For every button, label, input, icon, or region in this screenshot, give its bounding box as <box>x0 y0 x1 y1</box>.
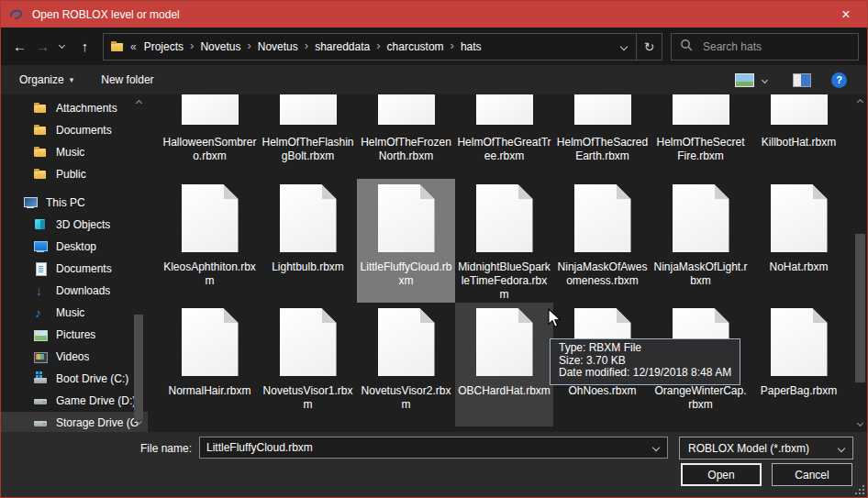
file-name-label: MidnightBlueSparkleTimeFedora.rbxm <box>457 260 551 302</box>
up-arrow-icon: ↑ <box>82 39 89 54</box>
open-button-label: Open <box>707 469 734 481</box>
chevron-down-icon <box>620 42 628 50</box>
command-toolbar: Organize ▾ New folder ? <box>1 65 867 94</box>
sidebar-item-game-drive-d[interactable]: Game Drive (D:) <box>1 390 148 412</box>
file-name-combobox[interactable] <box>199 437 668 459</box>
file-item-halloweensombrero-rbxm[interactable]: HalloweenSombrero.rbxm <box>161 94 259 179</box>
forward-button[interactable]: → <box>31 39 54 53</box>
file-item-helmoftheflashingbolt-rbxm[interactable]: HelmOfTheFlashingBolt.rbxm <box>259 94 357 179</box>
breadcrumb-segment-novetus[interactable]: Novetus <box>195 39 245 55</box>
chevron-down-icon <box>652 444 660 451</box>
filelist-scrollbar-thumb[interactable] <box>855 234 865 382</box>
sidebar-item-public[interactable]: Public <box>1 163 148 185</box>
file-item-novetusvisor1-rbxm[interactable]: NovetusVisor1.rbxm <box>259 303 357 426</box>
breadcrumb-segment-hats[interactable]: hats <box>456 39 486 55</box>
sidebar-scrollbar-thumb[interactable] <box>134 315 143 420</box>
file-list-area: HalloweenSombrero.rbxmHelmOfTheFlashingB… <box>148 94 867 432</box>
file-name-label: HelmOfTheGreatTree.rbxm <box>457 136 551 163</box>
sidebar-item-label: Attachments <box>56 102 117 115</box>
file-item-obchardhat-rbxm[interactable]: OBCHardHat.rbxm <box>455 303 553 426</box>
search-input[interactable] <box>701 39 850 54</box>
sidebar-item-label: Boot Drive (C:) <box>56 372 128 385</box>
breadcrumb-segment-projects[interactable]: Projects <box>139 39 188 55</box>
videos-icon <box>33 349 48 364</box>
preview-pane-icon[interactable] <box>793 73 811 87</box>
sidebar-item-downloads[interactable]: Downloads <box>1 280 148 302</box>
organize-button[interactable]: Organize ▾ <box>19 73 73 86</box>
sidebar-item-pictures[interactable]: Pictures <box>1 324 148 346</box>
address-bar[interactable]: « Projects›Novetus›Novetus›shareddata›ch… <box>103 33 662 61</box>
folder-icon <box>110 39 125 54</box>
rbxm-document-icon <box>771 308 828 376</box>
file-item-normalhair-rbxm[interactable]: NormalHair.rbxm <box>161 303 259 426</box>
search-box[interactable] <box>671 33 859 61</box>
resize-grip[interactable] <box>855 485 864 494</box>
thumbnail-view-icon[interactable] <box>735 73 754 87</box>
file-item-killbothat-rbxm[interactable]: KillbotHat.rbxm <box>750 94 848 179</box>
window-title: Open ROBLOX level or model <box>32 8 180 21</box>
file-item-helmofthefrozennorth-rbxm[interactable]: HelmOfTheFrozenNorth.rbxm <box>357 94 455 179</box>
cube3d-icon <box>33 217 48 232</box>
sidebar-item-label: Music <box>56 146 84 159</box>
file-item-paperbag-rbxm[interactable]: PaperBag.rbxm <box>750 303 848 426</box>
sidebar-item-documents[interactable]: Documents <box>1 258 148 280</box>
new-folder-button[interactable]: New folder <box>101 73 153 86</box>
recent-locations-button[interactable] <box>54 43 69 48</box>
file-item-midnightbluesparkletimefedora-rbxm[interactable]: MidnightBlueSparkleTimeFedora.rbxm <box>455 179 553 303</box>
rbxm-document-icon <box>771 94 828 125</box>
refresh-button[interactable]: ↻ <box>636 34 662 60</box>
sidebar-item-documents[interactable]: Documents <box>1 119 148 141</box>
file-item-novetusvisor2-rbxm[interactable]: NovetusVisor2.rbxm <box>357 303 455 426</box>
back-arrow-icon: ← <box>13 39 27 54</box>
file-item-ninjamaskofawesomeness-rbxm[interactable]: NinjaMaskOfAwesomeness.rbxm <box>553 179 651 303</box>
rbxm-document-icon <box>280 184 337 252</box>
breadcrumb-segment-novetus[interactable]: Novetus <box>253 39 303 55</box>
sidebar-item-videos[interactable]: Videos <box>1 346 148 368</box>
file-name-dropdown-button[interactable] <box>645 445 667 450</box>
file-item-nohat-rbxm[interactable]: NoHat.rbxm <box>750 179 848 303</box>
address-dropdown-button[interactable] <box>612 34 636 60</box>
sidebar-item-music[interactable]: Music <box>1 302 148 324</box>
breadcrumb-overflow-icon[interactable]: « <box>130 40 137 53</box>
back-button[interactable]: ← <box>8 39 31 53</box>
file-item-helmofthegreattree-rbxm[interactable]: HelmOfTheGreatTree.rbxm <box>455 94 553 179</box>
sidebar-list: AttachmentsDocumentsMusicPublicThis PC3D… <box>1 97 148 432</box>
open-button[interactable]: Open <box>681 463 762 486</box>
page-fold-icon <box>420 308 435 323</box>
file-name-input[interactable] <box>200 440 645 455</box>
view-options-chevron-icon[interactable] <box>762 76 768 83</box>
file-row: HalloweenSombrero.rbxmHelmOfTheFlashingB… <box>161 94 867 179</box>
file-item-kleosaphthiton-rbxm[interactable]: KleosAphthiton.rbxm <box>161 179 259 303</box>
file-type-select[interactable]: ROBLOX Model (*.rbxm) <box>679 437 853 459</box>
sidebar-item-this-pc[interactable]: This PC <box>1 192 148 214</box>
sidebar-item-3d-objects[interactable]: 3D Objects <box>1 214 148 236</box>
sidebar-item-label: Videos <box>56 350 89 363</box>
file-item-helmofthesacredearth-rbxm[interactable]: HelmOfTheSacredEarth.rbxm <box>553 94 651 179</box>
help-button[interactable]: ? <box>831 72 847 88</box>
breadcrumb-segment-shareddata[interactable]: shareddata <box>310 39 374 55</box>
up-button[interactable]: ↑ <box>73 39 96 53</box>
file-name-label: HalloweenSombrero.rbxm <box>162 136 257 163</box>
breadcrumb-segment-charcustom[interactable]: charcustom <box>383 39 449 55</box>
sidebar-item-attachments[interactable]: Attachments <box>1 97 148 119</box>
file-item-lightbulb-rbxm[interactable]: Lightbulb.rbxm <box>259 179 357 303</box>
file-item-ninjamaskoflight-rbxm[interactable]: NinjaMaskOfLight.rbxm <box>651 179 750 303</box>
file-type-dropdown-button[interactable] <box>830 446 852 451</box>
file-name-label: HelmOfTheFlashingBolt.rbxm <box>261 136 355 163</box>
sidebar-item-label: Pictures <box>56 328 95 341</box>
sidebar-item-music[interactable]: Music <box>1 141 148 163</box>
folder-icon <box>33 123 48 138</box>
roblox-studio-app-icon <box>9 7 24 22</box>
pictures-icon <box>33 327 48 342</box>
file-item-littlefluffycloud-rbxm[interactable]: LittleFluffyCloud.rbxm <box>357 179 455 303</box>
cancel-button[interactable]: Cancel <box>772 463 852 486</box>
file-item-helmofthesecretfire-rbxm[interactable]: HelmOfTheSecretFire.rbxm <box>651 94 750 179</box>
sidebar-item-label: Documents <box>56 124 112 137</box>
close-button[interactable]: × <box>825 1 867 28</box>
rbxm-document-icon <box>280 308 337 376</box>
sidebar-item-boot-drive-c[interactable]: Boot Drive (C:) <box>1 368 148 390</box>
sidebar-item-label: Documents <box>56 262 112 275</box>
sidebar-item-storage-drive-g[interactable]: Storage Drive (G <box>1 412 148 432</box>
sidebar-item-label: 3D Objects <box>56 218 110 231</box>
sidebar-item-desktop[interactable]: Desktop <box>1 236 148 258</box>
